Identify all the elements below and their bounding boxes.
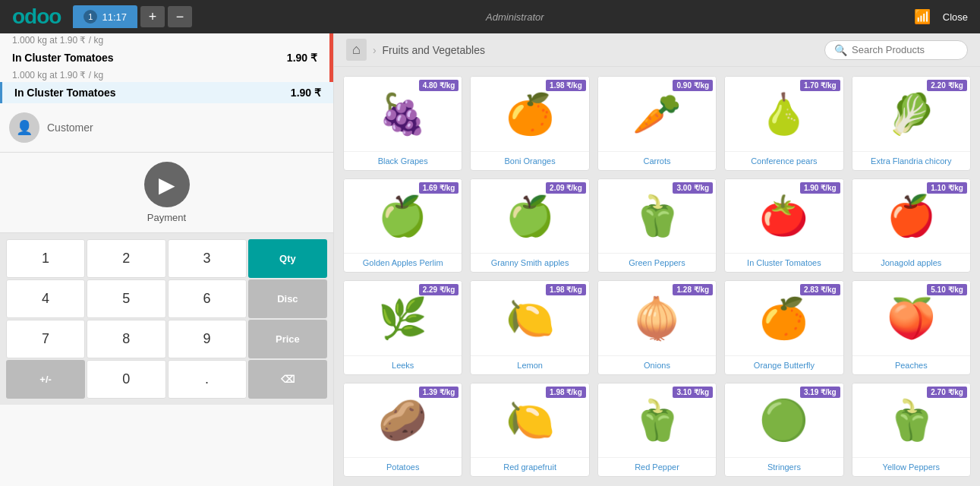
product-card[interactable]: 5.10 ₹/kg🍑Peaches [852,280,971,375]
product-image-container: 1.98 ₹/kg🍊 [471,77,588,151]
price-badge: 1.98 ₹/kg [546,80,586,91]
product-image: 🥕 [632,94,682,134]
product-image-container: 2.09 ₹/kg🍏 [471,179,588,254]
product-card[interactable]: 1.28 ₹/kg🧅Onions [597,280,717,375]
product-name: Conference pears [725,151,843,170]
order-sub-line-2: 1.000 kg at 1.90 ₹ / kg [0,68,329,82]
topbar: odoo 1 11:17 + − Administrator 📶 Close [0,0,980,33]
product-image: 🥬 [887,94,936,134]
product-image: 🌿 [378,298,427,338]
product-card[interactable]: 2.20 ₹/kg🥬Extra Flandria chicory [852,76,971,171]
product-name: Boni Oranges [471,151,588,170]
numpad-button-4[interactable]: 4 [6,279,85,318]
product-card[interactable]: 4.80 ₹/kg🍇Black Grapes [343,76,462,171]
price-badge: 2.09 ₹/kg [546,182,586,194]
main-layout: 1.000 kg at 1.90 ₹ / kg In Cluster Tomat… [0,33,980,486]
search-input[interactable] [852,44,958,55]
close-button[interactable]: Close [943,11,968,23]
numpad-button-6[interactable]: 6 [168,279,247,318]
price-badge: 4.80 ₹/kg [419,80,459,91]
product-name: Granny Smith apples [471,253,588,272]
product-image: 🫑 [632,196,682,235]
product-card[interactable]: 1.39 ₹/kg🥔Potatoes [343,383,462,478]
order-line-in-cluster-1[interactable]: In Cluster Tomatoes 1.90 ₹ [0,47,329,68]
numpad-button-Price[interactable]: Price [248,320,327,358]
numpad-button-1[interactable]: 1 [6,239,85,278]
product-card[interactable]: 3.19 ₹/kg🟢Stringers [724,383,843,478]
product-name: Red grapefruit [471,457,588,476]
tab-number: 1 [84,10,97,24]
product-image-container: 1.70 ₹/kg🍐 [725,77,843,151]
price-badge: 1.10 ₹/kg [927,182,967,194]
product-card[interactable]: 0.90 ₹/kg🥕Carrots [597,76,717,171]
product-card[interactable]: 1.98 ₹/kg🍋Lemon [470,280,589,375]
numpad-button-Disc[interactable]: Disc [248,279,327,318]
order-line-selected[interactable]: In Cluster Tomatoes 1.90 ₹ [0,82,333,103]
price-badge: 2.83 ₹/kg [800,284,840,295]
price-badge: 1.28 ₹/kg [673,284,713,295]
price-badge: 1.98 ₹/kg [546,387,586,398]
numpad-button-___[interactable]: +/- [6,360,85,399]
product-image: 🧅 [632,298,682,338]
price-badge: 5.10 ₹/kg [927,284,967,295]
numpad-button-7[interactable]: 7 [6,320,85,358]
product-name: Carrots [598,151,716,170]
product-image-container: 5.10 ₹/kg🍑 [852,281,970,355]
product-card[interactable]: 2.70 ₹/kg🫑Yellow Peppers [852,383,971,478]
selected-order-price: 1.90 ₹ [291,87,321,99]
product-image-container: 3.19 ₹/kg🟢 [725,383,843,458]
product-card[interactable]: 1.69 ₹/kg🍏Golden Apples Perlim [343,178,462,273]
product-card[interactable]: 3.00 ₹/kg🫑Green Peppers [597,178,717,273]
product-card[interactable]: 2.09 ₹/kg🍏Granny Smith apples [470,178,589,273]
product-name: Peaches [852,355,970,374]
product-image: 🍐 [759,94,808,134]
admin-label: Administrator [116,11,914,23]
numpad-button-3[interactable]: 3 [168,239,247,278]
red-indicator [329,33,333,82]
product-card[interactable]: 1.98 ₹/kg🍋Red grapefruit [470,383,589,478]
product-image-container: 1.28 ₹/kg🧅 [598,281,716,355]
product-image: 🍇 [378,94,427,134]
numpad-button-8[interactable]: 8 [87,320,165,358]
product-image: 🥔 [378,400,427,440]
home-button[interactable]: ⌂ [346,39,367,61]
product-name: Extra Flandria chicory [852,151,970,170]
product-image: 🍅 [759,196,808,235]
price-badge: 2.20 ₹/kg [927,80,967,91]
breadcrumb: ⌂ › Fruits and Vegetables 🔍 [334,33,980,67]
numpad-button-2[interactable]: 2 [87,239,165,278]
product-card[interactable]: 2.83 ₹/kg🍊Orange Butterfly [724,280,843,375]
product-image-container: 1.69 ₹/kg🍏 [344,179,462,254]
payment-button[interactable]: ▶ [144,162,190,207]
numpad-button-Qty[interactable]: Qty [248,239,327,278]
numpad-button-_[interactable]: . [168,360,247,399]
product-image: 🍊 [759,298,808,338]
product-name: Black Grapes [344,151,462,170]
order-sub-line: 1.000 kg at 1.90 ₹ / kg [0,33,329,47]
numpad: 123Qty456Disc789Price+/-0.⌫ [0,233,333,405]
customer-button[interactable]: 👤 Customer [0,103,333,153]
product-image-container: 4.80 ₹/kg🍇 [344,77,462,151]
product-name: Green Peppers [598,253,716,272]
left-panel: 1.000 kg at 1.90 ₹ / kg In Cluster Tomat… [0,33,334,486]
search-icon: 🔍 [834,44,847,56]
product-image: 🍎 [887,196,936,235]
product-card[interactable]: 1.70 ₹/kg🍐Conference pears [724,76,843,171]
product-card[interactable]: 2.29 ₹/kg🌿Leeks [343,280,462,375]
numpad-button-0[interactable]: 0 [87,360,165,399]
price-badge: 3.00 ₹/kg [673,182,713,194]
numpad-button-_[interactable]: ⌫ [248,360,327,399]
product-image-container: 2.70 ₹/kg🫑 [852,383,970,458]
product-image-container: 2.83 ₹/kg🍊 [725,281,843,355]
product-card[interactable]: 1.90 ₹/kg🍅In Cluster Tomatoes [724,178,843,273]
product-image-container: 3.10 ₹/kg🫑 [598,383,716,458]
product-card[interactable]: 1.98 ₹/kg🍊Boni Oranges [470,76,589,171]
search-box[interactable]: 🔍 [824,40,968,60]
numpad-button-5[interactable]: 5 [87,279,165,318]
product-name: Onions [598,355,716,374]
product-card[interactable]: 1.10 ₹/kg🍎Jonagold apples [852,178,971,273]
price-badge: 1.39 ₹/kg [419,387,459,398]
numpad-button-9[interactable]: 9 [168,320,247,358]
price-badge: 3.10 ₹/kg [673,387,713,398]
product-card[interactable]: 3.10 ₹/kg🫑Red Pepper [597,383,717,478]
